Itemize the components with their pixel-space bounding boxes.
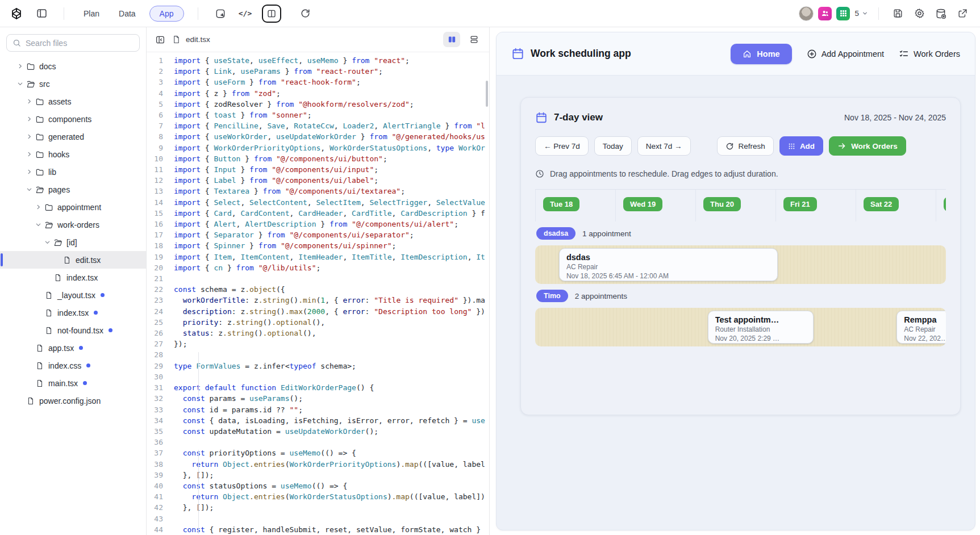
chevron-down-icon[interactable] xyxy=(43,239,52,245)
tree-item-assets[interactable]: assets xyxy=(0,93,146,110)
code-text[interactable]: const { register, handleSubmit, reset, s… xyxy=(174,524,489,534)
code-text[interactable]: }, []); xyxy=(174,502,489,513)
today-button[interactable]: Today xyxy=(594,136,632,156)
app-logo-icon[interactable] xyxy=(8,5,25,22)
user-avatar[interactable] xyxy=(799,6,814,21)
split-view-icon[interactable] xyxy=(262,5,281,23)
code-text[interactable]: import { Link, useParams } from "react-r… xyxy=(174,66,489,77)
appointment-card[interactable]: RemppaAC RepairNov 22, 202… xyxy=(896,311,946,344)
tree-item--layout-tsx[interactable]: _layout.tsx xyxy=(0,286,146,304)
horizontal-split-icon[interactable] xyxy=(465,32,482,47)
code-text[interactable]: const statusOptions = useMemo(() => { xyxy=(174,480,489,491)
work-orders-nav-button[interactable]: Work Orders xyxy=(899,49,960,59)
tree-item-not-found-tsx[interactable]: not-found.tsx xyxy=(0,321,146,339)
design-mode-icon[interactable] xyxy=(212,5,229,22)
code-text[interactable]: const schema = z.object({ xyxy=(174,284,489,295)
code-text[interactable] xyxy=(174,349,489,360)
settings-gear-icon[interactable] xyxy=(911,5,928,22)
code-text[interactable]: export default function EditWorkOrderPag… xyxy=(174,382,489,393)
database-add-icon[interactable] xyxy=(932,5,949,22)
tree-item-power-config-json[interactable]: power.config.json xyxy=(0,392,146,409)
code-text[interactable]: import { z } from "zod"; xyxy=(174,88,489,99)
tree-item-appointment[interactable]: appointment xyxy=(0,198,146,216)
chevron-right-icon[interactable] xyxy=(25,169,34,175)
apps-grid-icon[interactable] xyxy=(836,7,850,20)
code-text[interactable]: import { toast } from "sonner"; xyxy=(174,110,489,120)
code-view-icon[interactable]: </> xyxy=(237,5,254,22)
code-text[interactable]: const { data, isLoading, isFetching, isE… xyxy=(174,415,489,426)
tree-item--id-[interactable]: [id] xyxy=(0,233,146,251)
code-text[interactable]: import { useWorkOrder, useUpdateWorkOrde… xyxy=(174,131,489,142)
schedule-track[interactable]: dsdasAC RepairNov 18, 2025 6:45 AM - 12:… xyxy=(535,245,946,284)
code-text[interactable]: return Object.entries(WorkOrderPriorityO… xyxy=(174,459,489,470)
chevron-right-icon[interactable] xyxy=(16,63,24,69)
tree-item-hooks[interactable]: hooks xyxy=(0,145,146,163)
code-text[interactable]: import { PencilLine, Save, RotateCcw, Lo… xyxy=(174,120,489,131)
code-text[interactable]: import { Separator } from "@/components/… xyxy=(174,229,489,240)
code-text[interactable] xyxy=(174,513,489,524)
code-text[interactable]: const priorityOptions = useMemo(() => { xyxy=(174,448,489,458)
appointment-card[interactable]: dsdasAC RepairNov 18, 2025 6:45 AM - 12:… xyxy=(559,248,778,281)
tree-item-components[interactable]: components xyxy=(0,110,146,128)
tab-data[interactable]: Data xyxy=(113,6,141,22)
code-text[interactable]: import { useForm } from "react-hook-form… xyxy=(174,77,489,87)
tree-item-index-tsx[interactable]: index.tsx xyxy=(0,304,146,321)
code-text[interactable]: import { WorkOrderPriorityOptions, WorkO… xyxy=(174,143,489,153)
workspace-count-dropdown[interactable]: 5 xyxy=(854,9,868,18)
tab-app[interactable]: App xyxy=(149,6,184,22)
chevron-right-icon[interactable] xyxy=(25,151,34,157)
tree-item-src[interactable]: src xyxy=(0,75,146,93)
code-text[interactable]: }); xyxy=(174,338,489,349)
code-text[interactable]: return Object.entries(WorkOrderStatusOpt… xyxy=(174,491,489,502)
code-text[interactable]: import { cn } from "@/lib/utils"; xyxy=(174,262,489,273)
code-text[interactable] xyxy=(174,273,489,284)
code-text[interactable]: import { Alert, AlertDescription } from … xyxy=(174,219,489,229)
editor-scrollbar[interactable] xyxy=(486,81,488,107)
code-text[interactable]: import { useState, useEffect, useMemo } … xyxy=(174,55,489,66)
chevron-right-icon[interactable] xyxy=(34,204,43,210)
refresh-button[interactable]: Refresh xyxy=(717,136,774,156)
chevron-right-icon[interactable] xyxy=(25,133,34,140)
tree-item-index-tsx[interactable]: index.tsx xyxy=(0,269,146,286)
tree-item-app-tsx[interactable]: app.tsx xyxy=(0,339,146,357)
tree-item-docs[interactable]: docs xyxy=(0,57,146,75)
code-text[interactable]: type FormValues = z.infer<typeof schema>… xyxy=(174,361,489,371)
chevron-down-icon[interactable] xyxy=(34,221,43,228)
tree-item-work-orders[interactable]: work-orders xyxy=(0,216,146,233)
share-icon[interactable] xyxy=(954,5,971,22)
code-text[interactable]: import { Label } from "@/components/ui/l… xyxy=(174,175,489,186)
work-orders-button[interactable]: Work Orders xyxy=(829,136,906,156)
code-text[interactable]: import { Input } from "@/components/ui/i… xyxy=(174,164,489,175)
tree-item-index-css[interactable]: index.css xyxy=(0,357,146,374)
add-appointment-button[interactable]: Add Appointment xyxy=(807,49,884,59)
code-text[interactable]: priority: z.string().optional(), xyxy=(174,317,489,328)
chevron-right-icon[interactable] xyxy=(25,98,34,105)
split-editor-icon[interactable] xyxy=(443,32,460,47)
tree-item-main-tsx[interactable]: main.tsx xyxy=(0,374,146,392)
next-7d-button[interactable]: Next 7d → xyxy=(637,136,691,156)
chevron-down-icon[interactable] xyxy=(16,81,24,87)
tab-plan[interactable]: Plan xyxy=(78,6,105,22)
tree-item-lib[interactable]: lib xyxy=(0,163,146,181)
code-text[interactable]: import { Spinner } from "@/components/ui… xyxy=(174,240,489,251)
code-text[interactable]: import { Card, CardContent, CardHeader, … xyxy=(174,208,489,219)
code-text[interactable] xyxy=(174,437,489,448)
code-text[interactable]: import { Textarea } from "@/components/u… xyxy=(174,186,489,197)
appointment-card[interactable]: Test appointm…Router InstallationNov 20,… xyxy=(708,311,814,344)
code-text[interactable]: import { Item, ItemContent, ItemHeader, … xyxy=(174,252,489,262)
code-text[interactable]: const params = useParams(); xyxy=(174,393,489,404)
chevron-right-icon[interactable] xyxy=(25,116,34,122)
code-area[interactable]: 1import { useState, useEffect, useMemo }… xyxy=(147,52,489,534)
code-text[interactable]: import { Button } from "@/components/ui/… xyxy=(174,153,489,164)
code-text[interactable]: description: z.string().max(2000, { erro… xyxy=(174,306,489,317)
code-text[interactable]: status: z.string().optional(), xyxy=(174,328,489,338)
panel-collapse-icon[interactable] xyxy=(153,31,167,48)
add-button[interactable]: Add xyxy=(779,136,823,156)
members-icon[interactable] xyxy=(818,7,832,20)
save-icon[interactable] xyxy=(889,5,906,22)
sidebar-toggle-icon[interactable] xyxy=(33,5,50,22)
home-button[interactable]: Home xyxy=(731,44,791,64)
file-search[interactable] xyxy=(6,34,140,52)
code-text[interactable]: const id = params.id ?? ""; xyxy=(174,404,489,415)
tree-item-edit-tsx[interactable]: edit.tsx xyxy=(0,251,146,269)
